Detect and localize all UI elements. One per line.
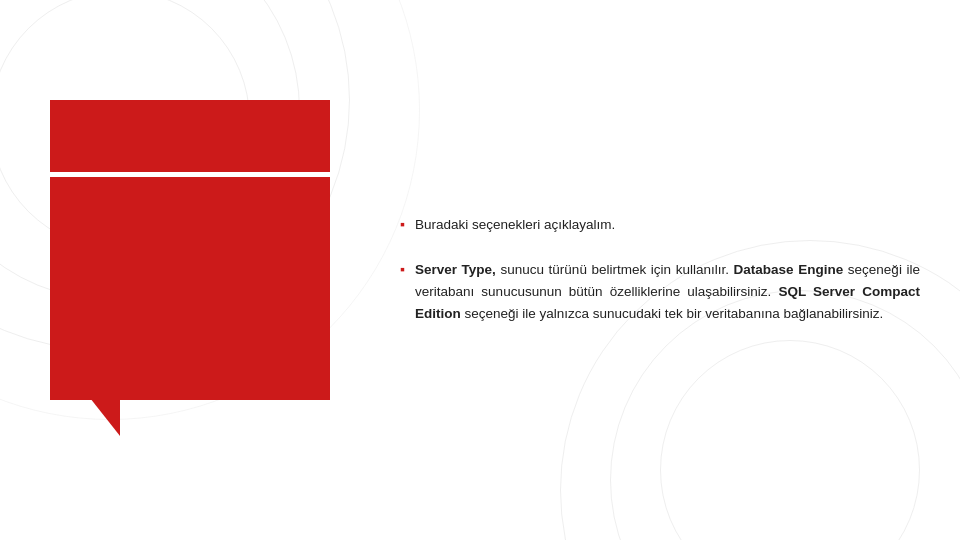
red-divider: [50, 172, 330, 177]
bullet-icon-2: ▪: [400, 261, 405, 277]
left-panel: [0, 0, 380, 540]
bullet-text-2: Server Type, sunucu türünü belirtmek içi…: [415, 259, 920, 326]
bullet-text-1: Buradaki seçenekleri açıklayalım.: [415, 214, 615, 236]
bullet-item-1: ▪ Buradaki seçenekleri açıklayalım.: [400, 214, 920, 236]
red-shape-container: [50, 100, 330, 440]
bullet-item-2: ▪ Server Type, sunucu türünü belirtmek i…: [400, 259, 920, 326]
bullet-icon-1: ▪: [400, 216, 405, 232]
page-layout: ▪ Buradaki seçenekleri açıklayalım. ▪ Se…: [0, 0, 960, 540]
red-rectangle: [50, 100, 330, 400]
right-panel: ▪ Buradaki seçenekleri açıklayalım. ▪ Se…: [380, 174, 960, 365]
